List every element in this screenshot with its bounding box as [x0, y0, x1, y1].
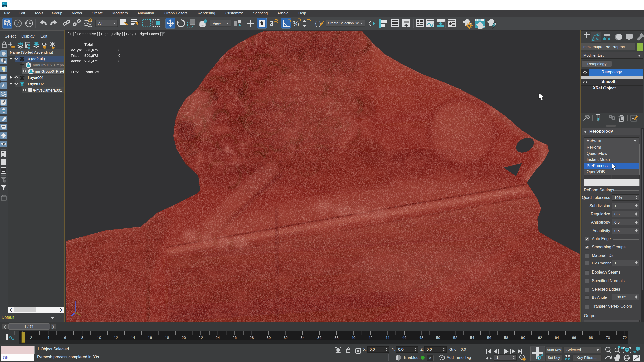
- svg-text:2: 2: [30, 335, 32, 340]
- svg-text:54: 54: [470, 335, 474, 340]
- svg-text:72: 72: [623, 335, 627, 340]
- svg-text:66: 66: [572, 335, 576, 340]
- svg-text:3: 3: [270, 20, 274, 27]
- svg-text:6: 6: [64, 335, 66, 340]
- svg-text:46: 46: [402, 335, 407, 340]
- svg-text:{ }: { }: [315, 20, 321, 27]
- svg-text:32: 32: [284, 335, 288, 340]
- svg-text:14: 14: [131, 335, 135, 340]
- svg-text:Verts:: Verts:: [71, 59, 82, 63]
- svg-text:Layer002: Layer002: [28, 82, 44, 86]
- svg-text:70: 70: [606, 335, 610, 340]
- svg-text:24: 24: [216, 335, 220, 340]
- svg-text:28: 28: [250, 335, 254, 340]
- svg-text:52: 52: [453, 335, 457, 340]
- svg-text:48: 48: [419, 335, 423, 340]
- svg-text:20: 20: [182, 335, 186, 340]
- svg-text:0: 0: [118, 53, 121, 58]
- svg-text:16: 16: [148, 335, 152, 340]
- svg-text:62: 62: [538, 335, 542, 340]
- svg-text:22: 22: [199, 335, 203, 340]
- svg-text:10: 10: [97, 335, 101, 340]
- svg-text:26: 26: [233, 335, 237, 340]
- svg-text:[ + ] [ Perspective ] [ High Q: [ + ] [ Perspective ] [ High Quality ] […: [68, 32, 161, 36]
- svg-text:Inactive: Inactive: [84, 70, 99, 74]
- svg-text:251,473: 251,473: [84, 59, 98, 63]
- svg-text:44: 44: [385, 335, 389, 340]
- svg-text:64: 64: [555, 335, 559, 340]
- svg-text:36: 36: [317, 335, 322, 340]
- svg-text:34: 34: [300, 335, 305, 340]
- svg-text:0: 0: [118, 59, 121, 63]
- svg-text:Create Selection Se: Create Selection Se: [328, 21, 359, 25]
- svg-text:mmGroup0_Pre-Prep: mmGroup0_Pre-Prep: [35, 69, 64, 73]
- svg-text:30: 30: [267, 335, 271, 340]
- svg-text:Layer001: Layer001: [28, 75, 44, 80]
- svg-text:0 (default): 0 (default): [28, 57, 45, 61]
- svg-text:38: 38: [334, 335, 339, 340]
- svg-text:42: 42: [368, 335, 373, 340]
- svg-text:50: 50: [436, 335, 440, 340]
- svg-text:8: 8: [81, 335, 83, 340]
- svg-text:4: 4: [47, 335, 49, 340]
- svg-text:mmGrou15_Preproc: mmGrou15_Preproc: [33, 63, 64, 67]
- svg-text:0: 0: [118, 48, 121, 52]
- svg-text:58: 58: [504, 335, 508, 340]
- svg-text:MAX: MAX: [3, 6, 6, 8]
- svg-text:Total: Total: [84, 42, 93, 47]
- svg-text:View: View: [213, 21, 221, 25]
- svg-text:z: z: [73, 297, 75, 300]
- svg-text:56: 56: [487, 335, 491, 340]
- svg-text:FPS:: FPS:: [71, 70, 79, 74]
- svg-text:All: All: [98, 21, 102, 25]
- svg-text:%: %: [292, 19, 299, 28]
- svg-text:60: 60: [521, 335, 525, 340]
- svg-text:12: 12: [114, 335, 118, 340]
- svg-text:PhysCamera001: PhysCamera001: [34, 88, 62, 92]
- svg-text:40: 40: [351, 335, 356, 340]
- svg-text:501,672: 501,672: [84, 53, 98, 58]
- svg-text:68: 68: [589, 335, 593, 340]
- svg-text:501,672: 501,672: [84, 48, 98, 52]
- svg-text:Tris:: Tris:: [71, 53, 79, 58]
- svg-text:Polys:: Polys:: [71, 48, 83, 52]
- svg-text:18: 18: [165, 335, 169, 340]
- svg-text:3: 3: [3, 2, 5, 6]
- svg-text:7: 7: [17, 21, 19, 26]
